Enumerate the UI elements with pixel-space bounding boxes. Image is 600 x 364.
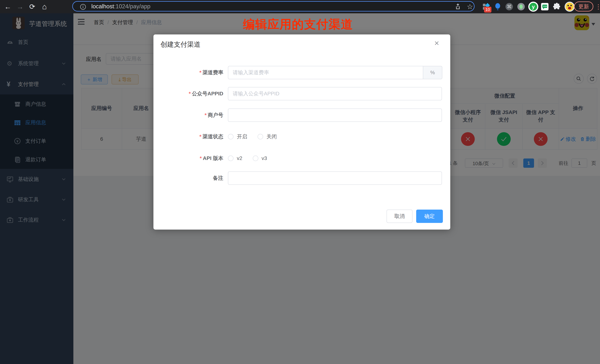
url-path: :1024/pay/app: [114, 3, 150, 10]
create-channel-dialog: 创建支付渠道 × *渠道费率 % *公众号APPID *商户号: [153, 35, 450, 230]
form-row-rate: *渠道费率 %: [153, 66, 450, 79]
extension-chat-icon[interactable]: [541, 3, 549, 11]
form-row-api: *API 版本 v2 v3: [153, 152, 450, 165]
chrome-update-button[interactable]: 更新: [574, 1, 593, 11]
remark-label-text: 备注: [213, 175, 223, 181]
form-row-remark: 备注: [153, 172, 450, 185]
radio-status-off[interactable]: 关闭: [258, 133, 277, 140]
radio-api-v2[interactable]: v2: [228, 155, 242, 161]
chrome-menu-icon[interactable]: ⋮: [595, 2, 600, 11]
extension-badge: 10: [484, 7, 491, 13]
merchant-input[interactable]: [228, 109, 442, 122]
radio-label: v3: [262, 155, 267, 161]
merchant-label-text: 商户号: [208, 112, 223, 118]
rate-label-text: 渠道费率: [203, 70, 223, 75]
extension-y-icon[interactable]: y: [528, 1, 536, 10]
radio-circle-icon: [228, 155, 234, 161]
rate-input-group: %: [228, 66, 442, 79]
screen: ← → ⟳ ⌂ localhost:1024/pay/app ☆ 10 ⌘: [0, 0, 600, 364]
share-icon[interactable]: [455, 3, 461, 10]
dialog-close-icon[interactable]: ×: [434, 38, 439, 48]
browser-home-icon[interactable]: ⌂: [39, 0, 50, 13]
radio-circle-icon: [228, 134, 234, 139]
site-info-icon[interactable]: [80, 4, 86, 10]
rate-input[interactable]: [228, 66, 423, 79]
browser-reload-icon[interactable]: ⟳: [27, 0, 38, 13]
rate-label: *渠道费率: [153, 66, 223, 79]
appid-label-text: 公众号APPID: [192, 91, 223, 96]
radio-api-v3[interactable]: v3: [253, 155, 267, 161]
api-label: *API 版本: [153, 152, 223, 165]
merchant-label: *商户号: [153, 109, 223, 122]
form-row-merchant: *商户号: [153, 109, 450, 122]
dialog-title: 创建支付渠道: [160, 40, 200, 49]
extension-recorder-icon[interactable]: [517, 3, 525, 11]
extension-balloon-icon[interactable]: [494, 3, 502, 11]
radio-circle-icon: [258, 134, 263, 139]
status-label: *渠道状态: [153, 130, 223, 143]
address-bar[interactable]: localhost:1024/pay/app ☆: [72, 1, 475, 11]
appid-label: *公众号APPID: [153, 87, 223, 100]
required-mark: *: [189, 91, 191, 96]
extensions-puzzle-icon[interactable]: [553, 3, 561, 11]
remark-label: 备注: [153, 172, 223, 185]
status-label-text: 渠道状态: [203, 134, 223, 139]
radio-label: 关闭: [266, 133, 277, 140]
api-radio-group: v2 v3: [228, 152, 277, 165]
extension-tab-manager-icon[interactable]: 10: [482, 3, 490, 11]
radio-label: 开启: [237, 133, 247, 140]
radio-status-on[interactable]: 开启: [228, 133, 247, 140]
required-mark: *: [199, 70, 201, 75]
annotation-text: 编辑应用的支付渠道: [243, 16, 353, 32]
radio-circle-icon: [253, 155, 258, 161]
remark-input[interactable]: [228, 172, 442, 185]
browser-forward-icon[interactable]: →: [15, 0, 25, 13]
cancel-button[interactable]: 取消: [386, 209, 412, 223]
radio-label: v2: [237, 155, 242, 161]
appid-input[interactable]: [228, 87, 442, 100]
extension-command-icon[interactable]: ⌘: [505, 3, 513, 11]
required-mark: *: [199, 134, 201, 139]
browser-chrome: ← → ⟳ ⌂ localhost:1024/pay/app ☆ 10 ⌘: [0, 0, 600, 13]
url-host: localhost: [91, 3, 114, 10]
confirm-button[interactable]: 确定: [416, 209, 443, 223]
form-row-appid: *公众号APPID: [153, 87, 450, 100]
required-mark: *: [205, 112, 206, 118]
required-mark: *: [200, 155, 202, 161]
bookmark-star-icon[interactable]: ☆: [467, 2, 473, 12]
status-radio-group: 开启 关闭: [228, 130, 287, 143]
api-label-text: API 版本: [203, 155, 223, 161]
svg-text:y: y: [532, 4, 535, 10]
form-row-status: *渠道状态 开启 关闭: [153, 130, 450, 143]
browser-back-icon[interactable]: ←: [3, 0, 13, 13]
rate-suffix: %: [423, 66, 442, 79]
svg-text:⌘: ⌘: [507, 4, 512, 9]
profile-avatar[interactable]: [564, 1, 572, 10]
